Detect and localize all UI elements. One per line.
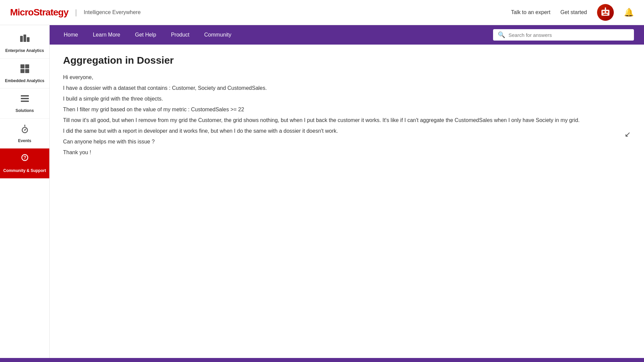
sidebar-label-embedded-analytics: Embedded Analytics [5,78,45,84]
svg-rect-15 [21,101,29,102]
embedded-analytics-icon [19,63,30,76]
sidebar-item-community-support[interactable]: ? Community & Support [0,148,49,179]
content-area: Home Learn More Get Help Product Communi… [50,25,644,362]
sidebar-item-events[interactable]: Events [0,119,49,149]
sidebar-label-community-support: Community & Support [3,168,46,174]
search-input[interactable] [508,32,629,38]
sidebar-item-solutions[interactable]: Solutions [0,88,49,119]
post-title: Aggregation in Dossier [63,55,631,66]
page-wrapper: MicroStrategy | Intelligence Everywhere … [0,0,644,362]
post-line-6: Can anyone helps me with this issue ? [63,137,631,146]
sidebar: Enterprise Analytics Embedded Analytics [0,25,50,362]
avatar-robot-icon [599,6,611,18]
nav-item-product[interactable]: Product [164,25,197,45]
post-line-7: Thank you ! [63,148,631,157]
logo-area: MicroStrategy | Intelligence Everywhere [10,7,141,18]
svg-line-20 [25,129,26,130]
post-line-4: Till now it's all good, but when I remov… [63,116,631,125]
post-line-5: I did the same but with a report in deve… [63,126,631,136]
sidebar-item-embedded-analytics[interactable]: Embedded Analytics [0,59,49,89]
community-support-icon: ? [19,153,30,166]
post-area: Aggregation in Dossier Hi everyone, I ha… [50,45,644,362]
solutions-icon [19,93,30,106]
enterprise-analytics-icon [19,33,30,46]
bottom-bar [0,358,644,362]
talk-to-expert-link[interactable]: Talk to an expert [511,9,550,15]
avatar[interactable] [597,4,614,21]
nav-item-home[interactable]: Home [56,25,86,45]
nav-bar: Home Learn More Get Help Product Communi… [50,25,644,45]
svg-point-5 [605,7,606,9]
svg-rect-14 [21,98,29,99]
svg-rect-9 [20,64,24,68]
sidebar-label-events: Events [18,138,31,144]
svg-rect-12 [25,69,29,73]
events-icon [19,123,30,136]
header-right: Talk to an expert Get started 🔔 [511,4,634,21]
sidebar-item-enterprise-analytics[interactable]: Enterprise Analytics [0,28,49,59]
avatar-inner [597,4,614,21]
post-line-2: I build a simple grid with the three obj… [63,94,631,104]
svg-rect-6 [20,36,23,42]
main-area: Enterprise Analytics Embedded Analytics [0,25,644,362]
svg-rect-1 [603,11,605,13]
bell-icon[interactable]: 🔔 [624,8,634,17]
sidebar-label-enterprise-analytics: Enterprise Analytics [5,48,44,54]
get-started-link[interactable]: Get started [560,9,587,15]
logo-tagline: Intelligence Everywhere [84,9,141,15]
sidebar-label-solutions: Solutions [15,108,34,114]
search-bar: 🔍 [493,29,634,41]
logo-divider: | [75,8,77,17]
nav-item-get-help[interactable]: Get Help [128,25,164,45]
svg-rect-0 [601,10,609,16]
svg-rect-2 [606,11,608,13]
nav-item-community[interactable]: Community [197,25,239,45]
svg-rect-8 [27,37,30,42]
logo-text[interactable]: MicroStrategy [10,7,68,18]
post-body: Hi everyone, I have a dossier with a dat… [63,73,631,157]
svg-rect-10 [25,64,29,68]
cursor-indicator: ↙ [625,130,631,139]
search-icon: 🔍 [498,31,505,39]
svg-text:?: ? [23,155,26,160]
top-header: MicroStrategy | Intelligence Everywhere … [0,0,644,25]
svg-rect-11 [20,69,24,73]
post-line-3: Then I filter my grid based on the value… [63,105,631,114]
svg-rect-7 [23,35,26,42]
post-line-1: I have a dossier with a dataset that con… [63,83,631,93]
svg-rect-3 [603,14,607,15]
nav-item-learn-more[interactable]: Learn More [86,25,128,45]
post-line-0: Hi everyone, [63,73,631,82]
